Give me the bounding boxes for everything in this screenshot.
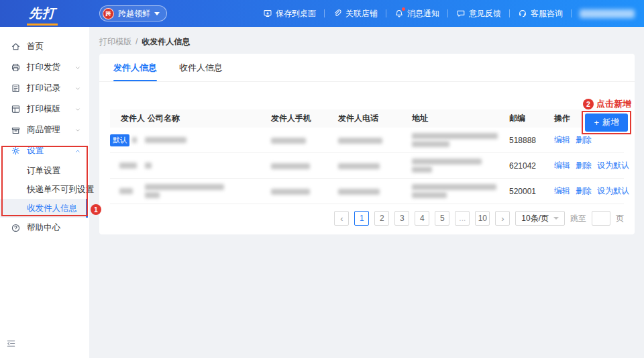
menu-divider <box>386 9 386 17</box>
redacted-text <box>412 159 482 165</box>
topbar-save-desktop-label: 保存到桌面 <box>276 8 316 19</box>
store-selector[interactable]: 跨 跨越领鲜 <box>99 5 167 21</box>
sidebar-item-label: 收发件人信息 <box>27 203 77 214</box>
sidebar-item-print-templates[interactable]: 打印模版 <box>0 99 89 120</box>
sidebar-item-print-records[interactable]: 打印记录 <box>0 78 89 99</box>
action-set-default[interactable]: 设为默认 <box>597 186 629 195</box>
actions-cell: 编辑删除设为默认 <box>543 160 635 171</box>
notification-dot <box>402 7 405 11</box>
mobile-cell <box>260 187 327 196</box>
tab-recipient-info[interactable]: 收件人信息 <box>179 54 223 81</box>
action-delete[interactable]: 删除 <box>576 186 592 195</box>
action-delete[interactable]: 删除 <box>576 161 592 170</box>
action-delete[interactable]: 删除 <box>576 135 592 144</box>
sidebar-item-label: 设置 <box>27 145 44 156</box>
column-header-4: 地址 <box>401 113 498 124</box>
main-content: 打印模版/收发件人信息 发件人信息收件人信息 2 点击新增 + 新增 发件人公司… <box>89 27 644 358</box>
user-account[interactable] <box>580 9 635 18</box>
page-size-select[interactable]: 10条/页 <box>515 211 565 226</box>
topbar-feedback[interactable]: 意见反馈 <box>456 8 501 19</box>
breadcrumb: 打印模版/收发件人信息 <box>99 36 644 48</box>
address-cell <box>401 156 498 175</box>
menu-divider <box>509 9 510 17</box>
chevron-down-icon <box>74 85 81 92</box>
gear-icon <box>10 146 21 156</box>
redacted-text <box>145 184 224 190</box>
jump-label: 跳至 <box>570 213 586 224</box>
topbar-feedback-label: 意见反馈 <box>469 8 501 19</box>
sidebar-item-order-settings[interactable]: 订单设置 <box>0 161 89 180</box>
redacted-text <box>412 192 447 198</box>
sender-cell <box>110 163 137 169</box>
sidebar-item-label: 帮助中心 <box>27 222 60 234</box>
pagination-page-1[interactable]: 1 <box>354 211 369 226</box>
add-button-label: 新增 <box>602 117 619 128</box>
app-logo[interactable]: 先打 <box>27 5 58 26</box>
records-icon <box>10 83 21 94</box>
table-row: 默认518888编辑删除 <box>110 128 624 153</box>
column-header-0: 发件人 <box>110 113 137 124</box>
topbar-link-shop-label: 关联店铺 <box>345 8 378 19</box>
link-icon <box>333 9 342 18</box>
chevron-down-icon <box>74 106 81 113</box>
action-edit[interactable]: 编辑 <box>554 186 570 195</box>
topbar-save-desktop[interactable]: 保存到桌面 <box>263 8 316 19</box>
redacted-text <box>145 163 152 169</box>
annotation-step2: 2 点击新增 + 新增 <box>582 98 631 134</box>
phone-cell <box>327 187 401 196</box>
menu-divider <box>324 9 325 17</box>
topbar-service-label: 客服咨询 <box>531 8 563 19</box>
sidebar-item-sender-recipient-info[interactable]: 收发件人信息 <box>0 199 88 218</box>
topbar-menu: 保存到桌面关联店铺消息通知意见反馈客服咨询 <box>263 0 635 27</box>
sidebar-item-settings[interactable]: 设置 <box>0 140 89 161</box>
action-set-default[interactable]: 设为默认 <box>597 161 629 170</box>
page-jump-input[interactable] <box>592 211 610 226</box>
topbar-notifications[interactable]: 消息通知 <box>394 8 439 19</box>
phone-cell <box>327 136 401 145</box>
tab-sender-info[interactable]: 发件人信息 <box>113 54 157 81</box>
help-icon <box>10 223 21 234</box>
pagination-page-2[interactable]: 2 <box>374 211 389 226</box>
sidebar-item-express-unreachable-settings[interactable]: 快递单不可到设置 <box>0 180 89 199</box>
sidebar-item-label: 商品管理 <box>27 124 60 136</box>
pagination-page-10[interactable]: 10 <box>475 211 490 226</box>
sidebar-item-product-management[interactable]: 商品管理 <box>0 120 89 140</box>
chevron-up-icon <box>74 148 81 154</box>
product-icon <box>10 125 21 136</box>
redacted-text <box>119 188 133 194</box>
add-button[interactable]: + 新增 <box>585 114 628 132</box>
pagination-next[interactable]: › <box>495 211 510 226</box>
feedback-icon <box>456 9 466 18</box>
company-cell <box>137 135 260 145</box>
sender-cell: 默认 <box>110 134 137 146</box>
topbar-service[interactable]: 客服咨询 <box>518 8 563 19</box>
pagination-ellipsis: ... <box>455 211 470 226</box>
action-edit[interactable]: 编辑 <box>554 135 570 144</box>
column-header-2: 发件人手机 <box>260 113 327 124</box>
pagination-page-3[interactable]: 3 <box>394 211 409 226</box>
pagination-prev[interactable]: ‹ <box>334 211 349 226</box>
topbar-link-shop[interactable]: 关联店铺 <box>333 8 378 19</box>
store-seal-icon: 跨 <box>103 8 114 19</box>
sidebar-item-label: 打印记录 <box>27 83 60 94</box>
tab-bar: 发件人信息收件人信息 <box>99 54 635 82</box>
table-row: 520001编辑删除设为默认 <box>110 179 624 204</box>
breadcrumb-parent[interactable]: 打印模版 <box>99 37 131 46</box>
sidebar-item-label: 订单设置 <box>27 165 60 177</box>
table-header: 发件人公司名称发件人手机发件人电话地址邮编操作 <box>110 109 624 128</box>
redacted-text <box>412 167 432 173</box>
sidebar-item-print-shipping[interactable]: 打印发货 <box>0 57 89 78</box>
annotation-step2-label: 点击新增 <box>596 98 631 110</box>
pagination-page-5[interactable]: 5 <box>435 211 449 226</box>
sidebar-item-help-center[interactable]: 帮助中心 <box>0 218 89 238</box>
template-icon <box>10 104 21 115</box>
sidebar-collapse-icon[interactable] <box>6 339 16 351</box>
content-card: 发件人信息收件人信息 2 点击新增 + 新增 发件人公司名称发件人手机发件人电话… <box>99 54 635 234</box>
address-cell <box>401 131 498 149</box>
pagination-page-4[interactable]: 4 <box>415 211 429 226</box>
store-name: 跨越领鲜 <box>118 8 150 19</box>
column-header-5: 邮编 <box>498 113 543 124</box>
action-edit[interactable]: 编辑 <box>554 161 570 170</box>
sidebar-item-home[interactable]: 首页 <box>0 36 89 57</box>
postcode-cell: 518888 <box>498 136 543 145</box>
